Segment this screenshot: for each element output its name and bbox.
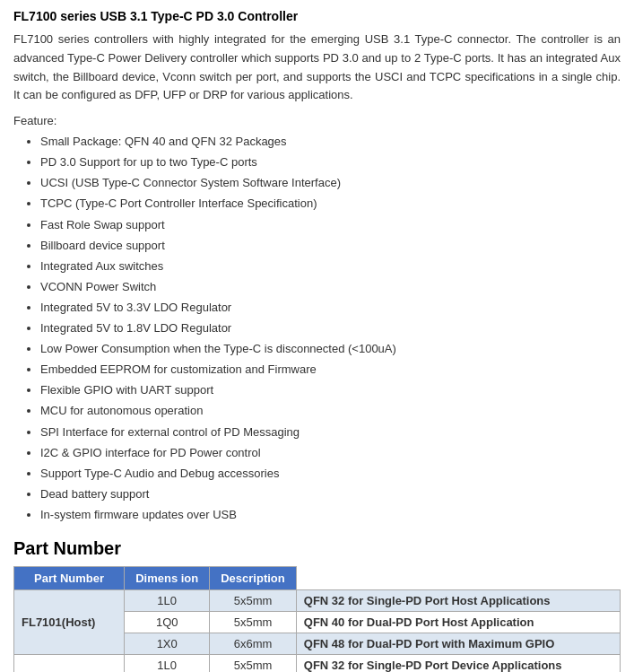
feature-label: Feature: (13, 114, 621, 127)
col-header-description: Description (210, 566, 297, 589)
table-row: FL7102(Device)1L05x5mmQFN 32 for Single-… (14, 654, 621, 672)
feature-item: TCPC (Type-C Port Controller Interface S… (40, 194, 621, 214)
feature-item: Integrated 5V to 3.3V LDO Regulator (40, 298, 621, 318)
feature-item: VCONN Power Switch (40, 277, 621, 297)
feature-item: Support Type-C Audio and Debug accessori… (40, 464, 621, 484)
variant-cell: 1L0 (125, 654, 210, 672)
feature-item: MCU for autonomous operation (40, 401, 621, 421)
feature-item: Integrated 5V to 1.8V LDO Regulator (40, 319, 621, 338)
description-cell: QFN 32 for Single-PD Port Host Applicati… (296, 589, 620, 611)
part-number-table-wrapper: Part Number Dimens ion Description FL710… (13, 566, 621, 672)
page-container: FL7100 series USB 3.1 Type-C PD 3.0 Cont… (13, 9, 621, 672)
feature-item: Billboard device support (40, 236, 621, 256)
part-name-cell: FL7101(Host) (14, 589, 125, 654)
description-cell: QFN 32 for Single-PD Port Device Applica… (296, 654, 620, 672)
intro-paragraph: FL7100 series controllers with highly in… (13, 31, 621, 105)
feature-item: Dead battery support (40, 484, 621, 504)
feature-item: SPI Interface for external control of PD… (40, 423, 621, 442)
feature-item: Small Package: QFN 40 and QFN 32 Package… (40, 132, 621, 152)
variant-cell: 1Q0 (125, 611, 210, 633)
feature-list: Small Package: QFN 40 and QFN 32 Package… (13, 132, 621, 525)
col-header-dimension: Dimens ion (125, 566, 210, 589)
col-header-part: Part Number (14, 566, 125, 589)
feature-item: UCSI (USB Type-C Connector System Softwa… (40, 173, 621, 193)
feature-item: I2C & GPIO interface for PD Power contro… (40, 443, 621, 463)
variant-cell: 1L0 (125, 589, 210, 611)
dimension-cell: 5x5mm (210, 611, 297, 633)
description-cell: QFN 40 for Dual-PD Port Host Application (296, 611, 620, 633)
feature-item: In-system firmware updates over USB (40, 505, 621, 525)
table-row: FL7101(Host)1L05x5mmQFN 32 for Single-PD… (14, 589, 621, 611)
description-cell: QFN 48 for Dual-PD Port with Maximum GPI… (296, 633, 620, 654)
feature-item: Flexible GPIO with UART support (40, 380, 621, 400)
dimension-cell: 6x6mm (210, 633, 297, 654)
dimension-cell: 5x5mm (210, 654, 297, 672)
feature-item: Fast Role Swap support (40, 215, 621, 235)
feature-item: Integrated Aux switches (40, 257, 621, 276)
page-title: FL7100 series USB 3.1 Type-C PD 3.0 Cont… (13, 9, 621, 23)
part-number-heading: Part Number (13, 538, 621, 559)
dimension-cell: 5x5mm (210, 589, 297, 611)
feature-item: PD 3.0 Support for up to two Type-C port… (40, 153, 621, 172)
feature-item: Embedded EEPROM for customization and Fi… (40, 360, 621, 380)
part-number-table: Part Number Dimens ion Description FL710… (13, 566, 621, 672)
variant-cell: 1X0 (125, 633, 210, 654)
part-name-cell: FL7102(Device) (14, 654, 125, 672)
feature-item: Low Power Consumption when the Type-C is… (40, 339, 621, 359)
